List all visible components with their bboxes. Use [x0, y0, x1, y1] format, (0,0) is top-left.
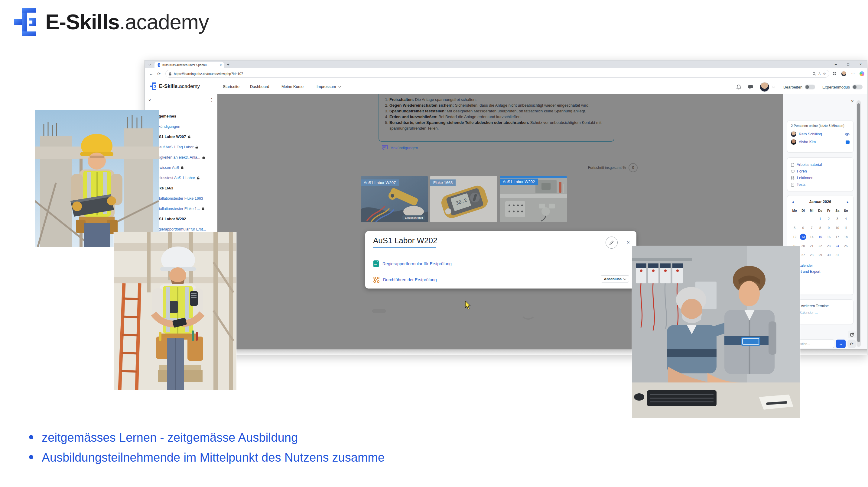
online-user-link[interactable]: Aisha Kim	[799, 140, 843, 144]
calendar-day[interactable]: 9	[825, 223, 833, 232]
calendar-day[interactable]: 25	[842, 241, 850, 251]
calendar-weekday: Fr	[825, 207, 833, 214]
copilot-icon[interactable]	[860, 71, 864, 76]
panel-close-icon[interactable]: ×	[627, 239, 630, 246]
extensions-icon[interactable]	[833, 72, 837, 75]
read-aloud-icon[interactable]: A	[818, 72, 820, 75]
calendar-day[interactable]: 30	[825, 251, 833, 260]
favorite-icon[interactable]: ☆	[823, 72, 826, 76]
open-external-icon[interactable]	[848, 330, 856, 338]
blocks-close-icon[interactable]: ×	[851, 98, 854, 104]
notifications-bell-icon[interactable]	[736, 84, 741, 90]
calendar-day[interactable]: 16	[825, 232, 833, 241]
tab-close-icon[interactable]: ×	[220, 63, 222, 67]
eye-icon[interactable]	[845, 133, 849, 136]
resource-link-row[interactable]: PDF Regierapportformular für Erstprüfung	[373, 260, 452, 267]
announcements-link[interactable]: Ankündigungen	[382, 145, 418, 151]
activities-link-row[interactable]: Arbeitsmaterial	[791, 161, 849, 168]
course-card-w207[interactable]: AuS1 Labor W207 Eingeschränkt	[361, 176, 428, 222]
calendar-day[interactable]: 21	[808, 241, 816, 251]
course-card-fluke[interactable]: 38.2 Fluke 1663	[430, 176, 497, 222]
calendar-day[interactable]: 2	[825, 214, 833, 223]
calendar-weekday: Mo	[790, 207, 799, 214]
calendar-day[interactable]: 29	[816, 251, 825, 260]
tab-search-chevron-icon[interactable]	[147, 62, 153, 67]
calendar-day[interactable]: 18	[842, 232, 850, 241]
calendar-next-icon[interactable]: ►	[845, 200, 850, 204]
back-icon[interactable]: ←	[149, 72, 153, 76]
activities-link-row[interactable]: Tests	[791, 181, 849, 188]
expert-mode-toggle[interactable]	[852, 85, 863, 90]
window-close-icon[interactable]: ×	[860, 62, 862, 66]
calendar-prev-icon[interactable]: ◄	[790, 200, 795, 204]
calendar-day[interactable]: 11	[842, 223, 850, 232]
chat-refresh-button[interactable]: ⟳	[847, 339, 856, 348]
nav-startseite[interactable]: Startseite	[223, 84, 240, 89]
nav-impressum[interactable]: Impressum	[316, 84, 341, 89]
messages-icon[interactable]	[748, 85, 753, 90]
calendar-day[interactable]: 7	[808, 223, 816, 232]
search-icon[interactable]	[812, 72, 816, 75]
lms-logo[interactable]: E-Skills.academy	[150, 83, 200, 90]
scrollbar[interactable]	[857, 100, 861, 347]
calendar-day-selected[interactable]: 13	[799, 232, 807, 241]
scrollbar-thumb[interactable]	[857, 103, 860, 342]
profile-chevron-icon[interactable]	[772, 85, 775, 88]
message-user-icon[interactable]	[846, 140, 849, 144]
calendar-day[interactable]: 4	[842, 214, 850, 223]
calendar-day[interactable]: 5	[790, 223, 799, 232]
browser-profile-avatar[interactable]	[841, 71, 846, 76]
calendar-day[interactable]: 1	[816, 214, 825, 223]
calendar-day[interactable]: 24	[833, 241, 841, 251]
forum-mini-icon	[791, 170, 795, 173]
nav-dashboard[interactable]: Dashboard	[250, 84, 269, 89]
photo-worker-phone	[114, 232, 237, 392]
calendar-day[interactable]: 3	[833, 214, 841, 223]
drawer-close-icon[interactable]: ×	[149, 98, 151, 103]
calendar-day[interactable]: 28	[808, 251, 816, 260]
calendar-day[interactable]: 23	[825, 241, 833, 251]
safety-rule: Benachbarte, unter Spannung stehende Tei…	[390, 120, 608, 131]
browser-address-bar: ← ⟳ https://learning.ebz.ch/course/view.…	[145, 68, 867, 79]
maximize-icon[interactable]: □	[847, 62, 849, 66]
user-avatar[interactable]	[760, 82, 769, 92]
course-calendar-link[interactable]: Kurskalender	[792, 263, 850, 268]
reload-icon[interactable]: ⟳	[157, 72, 160, 76]
calendar-day[interactable]: 31	[833, 251, 841, 260]
file-icon	[791, 163, 794, 167]
new-tab-button[interactable]: +	[227, 62, 229, 67]
url-field[interactable]: https://learning.ebz.ch/course/view.php?…	[165, 70, 829, 78]
activities-link-row[interactable]: Lektionen	[791, 174, 849, 181]
edit-section-button[interactable]	[606, 236, 618, 249]
calendar-day[interactable]: 6	[799, 223, 807, 232]
pdf-icon: PDF	[373, 260, 379, 267]
lock-icon	[197, 176, 199, 180]
online-user-row: Aisha Kim	[791, 138, 849, 146]
lesson-link-row[interactable]: Durchführen der Erstprüfung	[373, 277, 437, 283]
brand-name: E-Skills.academy	[45, 10, 209, 34]
calendar-day[interactable]: 14	[808, 232, 816, 241]
minimize-icon[interactable]: –	[835, 62, 837, 66]
drawer-kebab-icon[interactable]: ⋮	[210, 97, 214, 102]
online-user-link[interactable]: Reto Schilling	[799, 132, 842, 136]
header-divider	[779, 83, 779, 92]
browser-tab[interactable]: Kurs Kurs Arbeiten unter Spannu... ×	[154, 62, 224, 68]
completion-dropdown-button[interactable]: Abschluss	[601, 275, 629, 283]
calendar-day[interactable]: 22	[816, 241, 825, 251]
lms-logo-text: E-Skills.academy	[159, 84, 200, 90]
more-icon[interactable]: ⋯	[851, 72, 855, 76]
calendar-day[interactable]: 12	[790, 232, 799, 241]
nav-meine-kurse[interactable]: Meine Kurse	[281, 84, 304, 89]
calendar-day[interactable]: 10	[833, 223, 841, 232]
calendar-day[interactable]: 8	[816, 223, 825, 232]
calendar-day[interactable]: 17	[833, 232, 841, 241]
import-export-link[interactable]: Import und Export	[792, 268, 850, 274]
chat-send-button[interactable]: →	[836, 339, 846, 348]
safety-rule: Gegen Wiedereinschalten sichern: Sichers…	[390, 102, 608, 108]
calendar-day[interactable]: 15	[816, 232, 825, 241]
safety-rules-box: Freischalten: Die Anlage spannungsfrei s…	[378, 94, 614, 142]
edit-mode-toggle[interactable]	[805, 85, 815, 90]
safety-rules-list: Freischalten: Die Anlage spannungsfrei s…	[383, 97, 608, 131]
course-card-w202[interactable]: AuS1 Labor W202	[500, 176, 567, 222]
activities-link-row[interactable]: Foren	[791, 168, 849, 174]
